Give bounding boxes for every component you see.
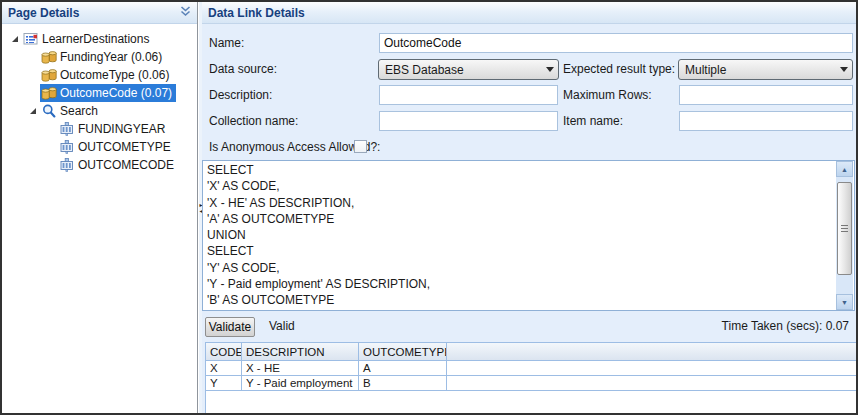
column-header-code[interactable]: CODE [206, 343, 242, 361]
tree-item-outcomecode-0-07[interactable]: OutcomeCode (0.07) [2, 84, 197, 102]
time-taken-label: Time Taken (secs): 0.07 [722, 319, 849, 333]
field-icon [59, 139, 75, 155]
data-link-details-title: Data Link Details [208, 6, 305, 20]
validation-status: Valid [269, 319, 295, 333]
sql-query-editor[interactable]: SELECT 'X' AS CODE, 'X - HE' AS DESCRIPT… [202, 160, 855, 311]
tree-item-label: FUNDINGYEAR [78, 122, 165, 136]
tree-node[interactable]: LearnerDestinations [22, 30, 153, 48]
expected-result-value: Multiple [685, 63, 834, 77]
tree-item-label: OutcomeType (0.06) [60, 68, 169, 82]
page-details-title: Page Details [8, 6, 79, 20]
maximum-rows-label: Maximum Rows: [563, 87, 652, 103]
page-details-header: Page Details [2, 2, 197, 24]
results-table: CODEDESCRIPTIONOUTCOMETYPE XX - HEAYY - … [205, 342, 856, 413]
table-cell: Y [206, 376, 242, 391]
page-icon [23, 31, 39, 47]
tree-item-label: OUTCOMETYPE [78, 140, 171, 154]
tree-item-outcomecode[interactable]: OUTCOMECODE [2, 156, 197, 174]
page-tree: LearnerDestinationsFundingYear (0.06)Out… [2, 24, 197, 174]
sql-scrollbar[interactable]: ▲ ▼ [836, 161, 853, 310]
maximum-rows-input[interactable] [679, 85, 853, 105]
tree-item-search[interactable]: Search [2, 102, 197, 120]
expected-result-label: Expected result type: [563, 61, 675, 77]
table-cell: Y - Paid employment [242, 376, 359, 391]
tree-item-label: OUTCOMECODE [78, 158, 174, 172]
results-table-header: CODEDESCRIPTIONOUTCOMETYPE [206, 343, 856, 361]
scroll-up-icon[interactable]: ▲ [836, 161, 853, 177]
collapse-chevron-icon[interactable] [180, 6, 191, 20]
column-header-filler [447, 343, 856, 361]
tree-item-fundingyear-0-06[interactable]: FundingYear (0.06) [2, 48, 197, 66]
database-icon [41, 85, 57, 101]
tree-expander-icon[interactable] [26, 108, 40, 114]
tree-item-label: Search [60, 104, 98, 118]
tree-item-label: LearnerDestinations [42, 32, 149, 46]
table-cell: B [359, 376, 447, 391]
data-source-label: Data source: [209, 61, 277, 77]
table-cell: A [359, 361, 447, 376]
validate-row: Validate Valid Time Taken (secs): 0.07 [202, 311, 857, 342]
tree-node[interactable]: FundingYear (0.06) [40, 48, 166, 66]
data-source-dropdown[interactable]: EBS Database [378, 59, 559, 80]
tree-item-fundingyear[interactable]: FUNDINGYEAR [2, 120, 197, 138]
database-icon [41, 67, 57, 83]
scrollbar-grip-icon [841, 225, 848, 232]
tree-item-outcometype-0-06[interactable]: OutcomeType (0.06) [2, 66, 197, 84]
data-link-details-panel: Data Link Details Name: Data source: EBS… [202, 2, 856, 413]
tree-node[interactable]: Search [40, 102, 102, 120]
expected-result-dropdown[interactable]: Multiple [678, 59, 853, 80]
description-input[interactable] [379, 85, 558, 105]
search-icon [41, 103, 57, 119]
item-name-input[interactable] [679, 111, 853, 131]
tree-item-label: OutcomeCode (0.07) [60, 86, 172, 100]
table-row[interactable]: YY - Paid employmentB [206, 376, 856, 391]
table-row[interactable]: XX - HEA [206, 361, 856, 376]
scroll-down-icon[interactable]: ▼ [836, 294, 853, 310]
field-icon [59, 121, 75, 137]
tree-item-label: FundingYear (0.06) [60, 50, 162, 64]
table-cell-filler [447, 361, 856, 376]
tree-expander-icon[interactable] [8, 36, 22, 42]
table-cell-filler [447, 376, 856, 391]
tree-node[interactable]: OutcomeCode (0.07) [40, 84, 176, 102]
chevron-down-icon [546, 67, 554, 72]
chevron-down-icon [840, 67, 848, 72]
tree-node[interactable]: OutcomeType (0.06) [40, 66, 173, 84]
table-cell: X - HE [242, 361, 359, 376]
tree-node[interactable]: OUTCOMETYPE [58, 138, 175, 156]
name-input[interactable] [379, 33, 853, 53]
description-label: Description: [209, 87, 272, 103]
anonymous-access-checkbox[interactable] [354, 140, 367, 153]
page-details-panel: Page Details LearnerDestinationsFundingY… [2, 2, 198, 413]
validate-button[interactable]: Validate [205, 317, 255, 337]
database-icon [41, 49, 57, 65]
name-label: Name: [209, 35, 244, 51]
collection-name-label: Collection name: [209, 113, 298, 129]
data-source-value: EBS Database [385, 63, 540, 77]
collection-name-input[interactable] [379, 111, 558, 131]
tree-node[interactable]: FUNDINGYEAR [58, 120, 169, 138]
column-header-description[interactable]: DESCRIPTION [242, 343, 359, 361]
tree-item-outcometype[interactable]: OUTCOMETYPE [2, 138, 197, 156]
results-table-body: XX - HEAYY - Paid employmentB [206, 361, 856, 391]
tree-node[interactable]: OUTCOMECODE [58, 156, 178, 174]
column-header-outcometype[interactable]: OUTCOMETYPE [359, 343, 447, 361]
tree-item-learnerdestinations[interactable]: LearnerDestinations [2, 30, 197, 48]
app-window: Page Details LearnerDestinationsFundingY… [0, 0, 858, 415]
data-link-details-header: Data Link Details [202, 2, 856, 24]
table-cell: X [206, 361, 242, 376]
scrollbar-thumb[interactable] [837, 182, 852, 275]
item-name-label: Item name: [563, 113, 623, 129]
field-icon [59, 157, 75, 173]
